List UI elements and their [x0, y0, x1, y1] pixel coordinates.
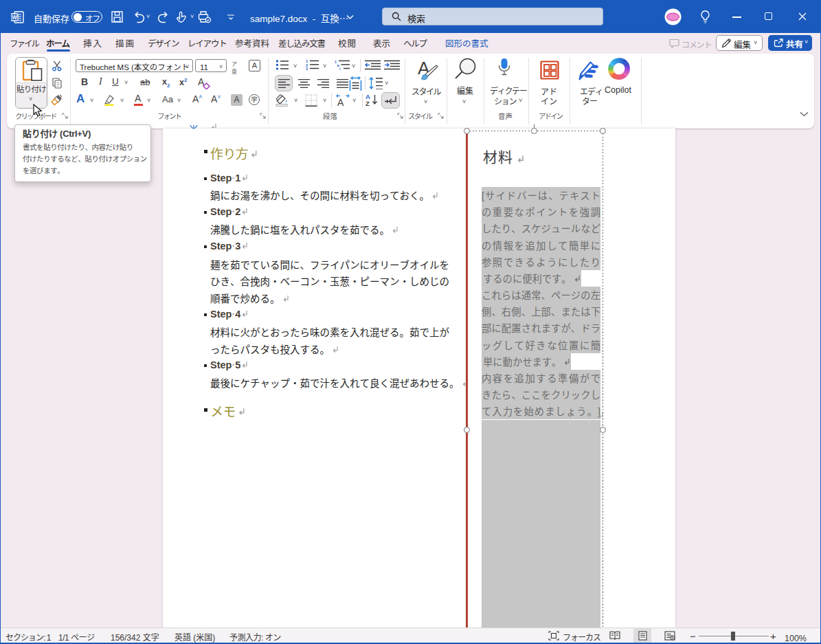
svg-text:i: i — [339, 67, 341, 70]
svg-text:3: 3 — [306, 67, 308, 70]
svg-text:W: W — [12, 14, 18, 21]
svg-text:Z: Z — [365, 100, 370, 107]
svg-text:A: A — [337, 97, 344, 107]
